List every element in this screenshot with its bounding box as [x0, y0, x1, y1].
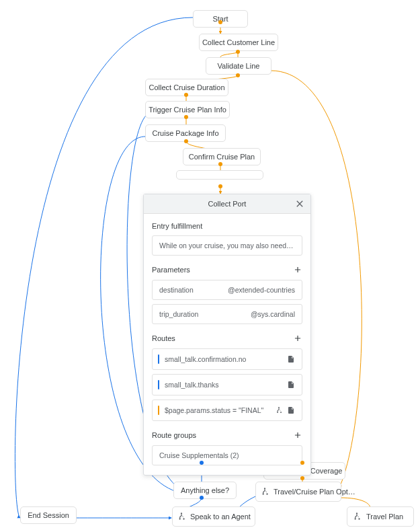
node-label: Anything else? — [181, 486, 229, 494]
add-route-button[interactable] — [293, 334, 302, 343]
node-label: Collect Cruise Duration — [149, 83, 224, 91]
panel-titlebar: Collect Port — [144, 194, 310, 214]
entry-fulfillment-row[interactable]: While on your cruise, you may also need … — [152, 235, 302, 256]
page-icon — [287, 406, 295, 414]
node-label: Travel Plan — [366, 513, 403, 521]
node-collect-port-below[interactable] — [176, 170, 263, 180]
section-label: Parameters — [152, 266, 190, 274]
parameters-section: Parameters destination @extended-countri… — [152, 265, 302, 324]
section-label: Routes — [152, 334, 175, 342]
port-dot — [300, 461, 304, 465]
node-validate-line[interactable]: Validate Line — [206, 57, 271, 75]
port-dot — [200, 461, 204, 465]
port-dot — [300, 476, 304, 480]
node-label: Cruise Package Info — [152, 129, 218, 137]
branch-icon — [275, 406, 283, 414]
node-collect-customer-line[interactable]: Collect Customer Line — [199, 34, 278, 51]
add-parameter-button[interactable] — [293, 265, 302, 274]
port-dot — [218, 184, 222, 188]
node-label: Travel/Cruise Plan Opt… — [274, 488, 355, 496]
fulfillment-text: While on your cruise, you may also need … — [159, 241, 302, 250]
route-row[interactable]: $page.params.status = "FINAL" — [152, 400, 302, 421]
route-color-bar — [158, 406, 159, 415]
page-detail-panel[interactable]: Collect Port Entry fulfillment While on … — [143, 194, 311, 476]
port-dot — [184, 139, 188, 143]
section-label: Route groups — [152, 431, 196, 439]
parameter-row[interactable]: destination @extended-countries — [152, 280, 302, 300]
add-route-group-button[interactable] — [293, 430, 302, 440]
port-dot — [218, 20, 222, 24]
merge-icon — [260, 486, 269, 497]
route-groups-section: Route groups Cruise Supplementals (2) — [152, 430, 302, 465]
node-anything-else[interactable]: Anything else? — [173, 482, 237, 499]
entry-fulfillment-section: Entry fulfillment While on your cruise, … — [152, 222, 302, 256]
route-label: small_talk.thanks — [165, 381, 287, 389]
merge-icon — [177, 511, 186, 522]
port-dot — [184, 93, 188, 97]
parameter-row[interactable]: trip_duration @sys.cardinal — [152, 304, 302, 324]
route-color-bar — [158, 354, 159, 364]
node-label: End Session — [28, 511, 69, 519]
route-group-row[interactable]: Cruise Supplementals (2) — [152, 445, 302, 465]
page-icon — [287, 381, 295, 389]
param-entity: @sys.cardinal — [251, 310, 295, 318]
panel-title: Collect Port — [208, 200, 247, 208]
node-label: Collect Customer Line — [202, 38, 275, 46]
page-icon — [287, 355, 295, 363]
node-start[interactable]: Start — [193, 10, 248, 28]
node-speak-to-agent[interactable]: Speak to an Agent — [172, 506, 255, 527]
node-label: Speak to an Agent — [190, 513, 251, 521]
node-label: Validate Line — [218, 62, 260, 70]
node-label: Trigger Cruise Plan Info — [149, 106, 226, 114]
port-dot — [236, 50, 240, 54]
route-label: $page.params.status = "FINAL" — [165, 406, 275, 414]
route-group-label: Cruise Supplementals (2) — [159, 451, 239, 459]
node-label: Confirm Cruise Plan — [189, 153, 255, 161]
param-name: trip_duration — [159, 310, 198, 318]
node-end-session[interactable]: End Session — [20, 506, 77, 524]
node-travel-plan[interactable]: Travel Plan — [347, 506, 414, 527]
node-travel-cruise-plan-opt[interactable]: Travel/Cruise Plan Opt… — [255, 482, 341, 502]
port-dot — [184, 115, 188, 119]
route-label: small_talk.confirmation.no — [165, 355, 287, 363]
port-dot — [236, 73, 240, 77]
route-color-bar — [158, 380, 159, 389]
routes-section: Routes small_talk.confirmation.no small_… — [152, 334, 302, 421]
panel-body: Entry fulfillment While on your cruise, … — [144, 214, 310, 475]
port-dot — [218, 162, 222, 166]
param-name: destination — [159, 286, 194, 294]
port-dot — [200, 496, 204, 500]
route-row[interactable]: small_talk.confirmation.no — [152, 348, 302, 370]
route-row[interactable]: small_talk.thanks — [152, 374, 302, 395]
param-entity: @extended-countries — [228, 286, 295, 294]
section-label: Entry fulfillment — [152, 222, 202, 230]
close-icon[interactable] — [294, 198, 305, 209]
merge-icon — [351, 511, 362, 522]
